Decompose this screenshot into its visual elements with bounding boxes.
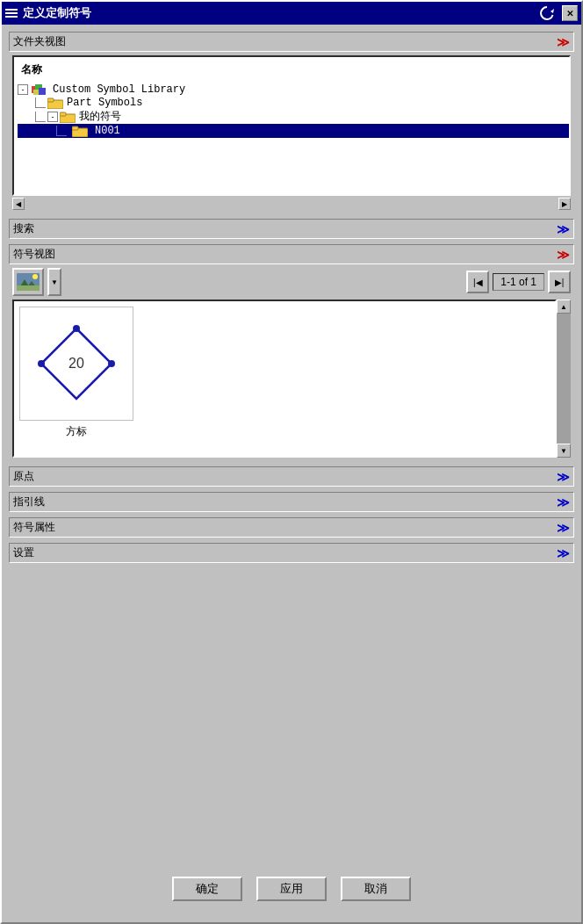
svg-rect-6 <box>47 98 54 102</box>
tree-label-root: Custom Symbol Library <box>53 83 185 96</box>
svg-rect-10 <box>72 126 78 130</box>
symbol-view-body: ▼ |◀ 1-1 of 1 ▶| <box>9 264 574 461</box>
file-tree-header[interactable]: 文件夹视图 ≫ <box>9 32 574 52</box>
spacer <box>9 568 574 861</box>
view-dropdown-button[interactable]: ▼ <box>47 268 61 296</box>
vscroll-track[interactable] <box>557 314 571 444</box>
expand-root[interactable]: - <box>18 84 28 95</box>
symbol-view-header[interactable]: 符号视图 ≫ <box>9 244 574 264</box>
view-style-button[interactable] <box>12 268 44 296</box>
file-tree-label: 文件夹视图 <box>13 34 66 49</box>
svg-rect-3 <box>39 88 46 95</box>
symbol-view-section: 符号视图 ≫ <box>9 244 574 461</box>
symbol-props-section: 符号属性 ≫ <box>9 517 574 538</box>
symbol-props-chevron: ≫ <box>557 521 570 535</box>
main-content: 文件夹视图 ≫ 名称 - <box>2 25 581 922</box>
last-page-button[interactable]: ▶| <box>548 271 571 293</box>
apply-button[interactable]: 应用 <box>256 877 327 901</box>
search-header[interactable]: 搜索 ≫ <box>9 219 574 239</box>
file-tree-chevron: ≫ <box>557 35 570 49</box>
symbol-vscrollbar: ▲ ▼ <box>557 300 571 458</box>
origin-section: 原点 ≫ <box>9 466 574 487</box>
footer: 确定 应用 取消 <box>9 866 574 915</box>
symbol-item-fanghao[interactable]: 20 方标 <box>19 307 133 451</box>
search-chevron: ≫ <box>557 222 570 236</box>
page-info: 1-1 of 1 <box>493 273 544 291</box>
leader-section: 指引线 ≫ <box>9 492 574 512</box>
svg-text:20: 20 <box>68 356 84 371</box>
symbol-view-label: 符号视图 <box>13 247 55 262</box>
tree-item-root[interactable]: - Custom Symbol Library <box>18 83 565 97</box>
svg-point-19 <box>73 325 80 332</box>
expand-my[interactable]: - <box>47 112 58 122</box>
origin-label: 原点 <box>13 469 34 484</box>
ok-button[interactable]: 确定 <box>172 877 242 901</box>
settings-label: 设置 <box>13 545 34 560</box>
symbol-label-fanghao: 方标 <box>66 424 87 439</box>
nav-area: |◀ 1-1 of 1 ▶| <box>466 271 571 293</box>
folder-n001-icon <box>72 125 88 137</box>
tree-label-n001: N001 <box>95 125 120 137</box>
tree-item-part[interactable]: Part Symbols <box>18 97 565 109</box>
folder-part-icon <box>47 97 63 109</box>
symbol-content-area: 20 方标 ▲ ▼ <box>12 300 571 458</box>
symbol-svg-fanghao: 20 <box>32 320 120 408</box>
svg-point-17 <box>38 360 45 367</box>
settings-section: 设置 ≫ <box>9 543 574 563</box>
window-menu-icon[interactable] <box>5 9 18 18</box>
symbol-view-chevron: ≫ <box>557 248 570 262</box>
symbol-props-label: 符号属性 <box>13 520 55 535</box>
tree-label-part: Part Symbols <box>67 97 142 109</box>
hscroll-left-btn[interactable]: ◀ <box>12 198 25 210</box>
tree-header: 名称 <box>18 61 565 79</box>
main-window: 定义定制符号 ✕ 文件夹视图 ≫ 名称 - <box>0 0 583 924</box>
svg-rect-8 <box>60 112 66 116</box>
folder-my-icon <box>60 111 76 123</box>
cancel-button[interactable]: 取消 <box>341 877 411 901</box>
file-tree-section: 文件夹视图 ≫ 名称 - <box>9 32 574 213</box>
symbol-grid-wrap: 20 方标 <box>12 300 557 458</box>
search-label: 搜索 <box>13 221 34 236</box>
symbol-props-header[interactable]: 符号属性 ≫ <box>9 517 574 538</box>
settings-header[interactable]: 设置 ≫ <box>9 543 574 563</box>
leader-label: 指引线 <box>13 494 45 509</box>
leader-header[interactable]: 指引线 ≫ <box>9 492 574 512</box>
library-icon <box>32 83 49 97</box>
window-title: 定义定制符号 <box>23 5 532 21</box>
svg-point-14 <box>32 274 38 279</box>
vscroll-up-btn[interactable]: ▲ <box>557 300 571 314</box>
hscroll-right-btn[interactable]: ▶ <box>558 198 571 210</box>
search-section: 搜索 ≫ <box>9 219 574 239</box>
svg-rect-15 <box>17 285 40 291</box>
svg-point-18 <box>108 360 115 367</box>
tree-hscrollbar: ◀ ▶ <box>12 198 571 210</box>
tree-item-my[interactable]: - 我的符号 <box>18 109 565 124</box>
svg-rect-4 <box>33 90 39 95</box>
tree-label-my: 我的符号 <box>79 109 121 124</box>
close-button[interactable]: ✕ <box>562 5 578 21</box>
file-tree-body: 名称 - <box>9 52 574 213</box>
refresh-button[interactable] <box>537 4 557 23</box>
origin-chevron: ≫ <box>557 470 570 484</box>
settings-chevron: ≫ <box>557 546 570 560</box>
tree-panel[interactable]: 名称 - <box>12 55 571 196</box>
leader-chevron: ≫ <box>557 495 570 509</box>
symbol-preview-fanghao: 20 <box>19 307 133 421</box>
tree-item-n001[interactable]: N001 <box>18 124 571 138</box>
first-page-button[interactable]: |◀ <box>466 271 489 293</box>
vscroll-down-btn[interactable]: ▼ <box>557 444 571 458</box>
symbol-toolbar: ▼ |◀ 1-1 of 1 ▶| <box>12 268 571 296</box>
svg-marker-0 <box>551 9 554 13</box>
title-bar: 定义定制符号 ✕ <box>2 2 581 25</box>
origin-header[interactable]: 原点 ≫ <box>9 466 574 487</box>
symbol-grid[interactable]: 20 方标 <box>12 300 557 458</box>
